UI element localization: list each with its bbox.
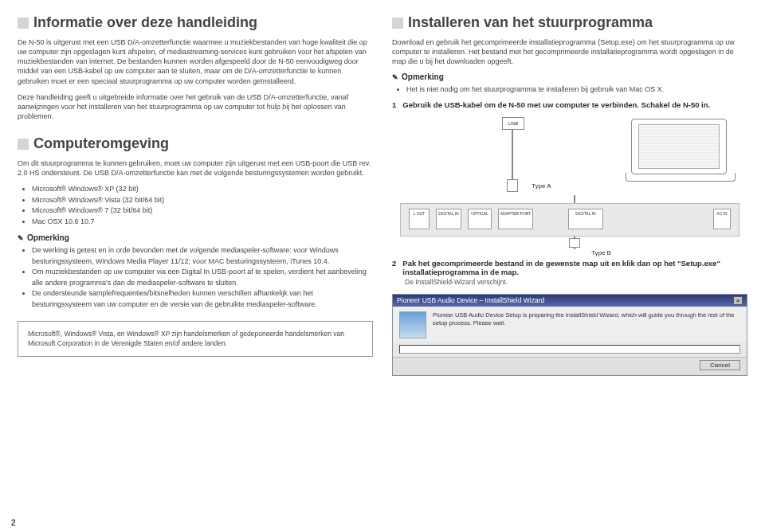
section-title-info: Informatie over deze handleiding — [18, 14, 373, 31]
list-item: Microsoft® Windows® 7 (32 bit/64 bit) — [32, 205, 373, 217]
installshield-dialog: Pioneer USB Audio Device – InstallShield… — [392, 294, 747, 376]
installer-icon — [399, 311, 426, 338]
step-2: 2 Pak het gecomprimeerde bestand in de g… — [392, 259, 747, 276]
list-item: De werking is getest en in orde bevonden… — [32, 245, 373, 267]
list-item: Microsoft® Windows® Vista (32 bit/64 bit… — [32, 195, 373, 206]
list-item: Het is niet nodig om het stuurprogramma … — [406, 84, 747, 96]
step-number: 1 — [392, 100, 396, 109]
info-paragraph-2: Deze handleiding geeft u uitgebreide inf… — [18, 92, 373, 121]
connection-diagram: USB Type A L OUT DIGITAL IN OPTICAL ADAP… — [392, 115, 747, 243]
port-lout: L OUT — [409, 209, 430, 229]
dialog-titlebar: Pioneer USB Audio Device – InstallShield… — [393, 295, 747, 307]
list-item: De ondersteunde samplefrequenties/bitsne… — [32, 288, 373, 310]
port-optical: OPTICAL — [468, 209, 492, 229]
env-paragraph: Om dit stuurprogramma te kunnen gebruike… — [18, 158, 373, 178]
step-text: Pak het gecomprimeerde bestand in de gew… — [402, 259, 747, 276]
list-item: Mac OSX 10.6 10.7 — [32, 217, 373, 228]
trademark-box: Microsoft®, Windows® Vista, en Windows® … — [18, 321, 373, 357]
usb-cable — [512, 130, 513, 179]
step-1: 1 Gebruik de USB-kabel om de N-50 met uw… — [392, 100, 747, 109]
cancel-button[interactable]: Cancel — [700, 360, 740, 370]
env-notes: De werking is getest en in orde bevonden… — [18, 245, 373, 310]
trademark-text: Microsoft®, Windows® Vista, en Windows® … — [28, 330, 363, 348]
port-acin: AC IN — [713, 209, 731, 229]
note-heading: Opmerking — [392, 72, 747, 81]
right-column: Installeren van het stuurprogramma Downl… — [392, 14, 747, 376]
dialog-message: Pioneer USB Audio Device Setup is prepar… — [433, 311, 740, 338]
list-item: Om muziekbestanden op uw computer via ee… — [32, 267, 373, 288]
port-digital-in: DIGITAL IN — [436, 209, 461, 229]
type-a-label: Type A — [532, 182, 551, 190]
section-title-install: Installeren van het stuurprogramma — [392, 14, 747, 31]
step-number: 2 — [392, 259, 396, 276]
device-rear-panel: L OUT DIGITAL IN OPTICAL ADAPTER PORT DI… — [400, 203, 740, 237]
note-heading: Opmerking — [18, 233, 373, 242]
port-digital-in-2: DIGITAL IN — [568, 209, 603, 229]
install-paragraph: Download en gebruik het gecomprimeerde i… — [392, 37, 747, 66]
progress-bar — [399, 345, 740, 354]
port-adapter: ADAPTER PORT — [498, 209, 533, 229]
os-list: Microsoft® Windows® XP (32 bit) Microsof… — [18, 184, 373, 227]
usb-label: USB — [502, 117, 524, 130]
page-number: 2 — [11, 518, 16, 527]
step-2-sub: De InstallShield-Wizard verschijnt. — [405, 278, 747, 286]
laptop-icon — [631, 119, 727, 174]
close-icon[interactable]: × — [733, 296, 743, 305]
usb-plug-a — [507, 179, 518, 192]
list-item: Microsoft® Windows® XP (32 bit) — [32, 184, 373, 195]
info-paragraph-1: De N-50 is uitgerust met een USB D/A-omz… — [18, 37, 373, 86]
install-note-list: Het is niet nodig om het stuurprogramma … — [392, 84, 747, 96]
section-title-env: Computeromgeving — [18, 135, 373, 152]
step-text: Gebruik de USB-kabel om de N-50 met uw c… — [402, 100, 710, 109]
dialog-title: Pioneer USB Audio Device – InstallShield… — [397, 296, 544, 304]
usb-plug-b — [569, 238, 580, 248]
left-column: Informatie over deze handleiding De N-50… — [18, 14, 373, 376]
type-b-label: Type B — [591, 249, 611, 256]
